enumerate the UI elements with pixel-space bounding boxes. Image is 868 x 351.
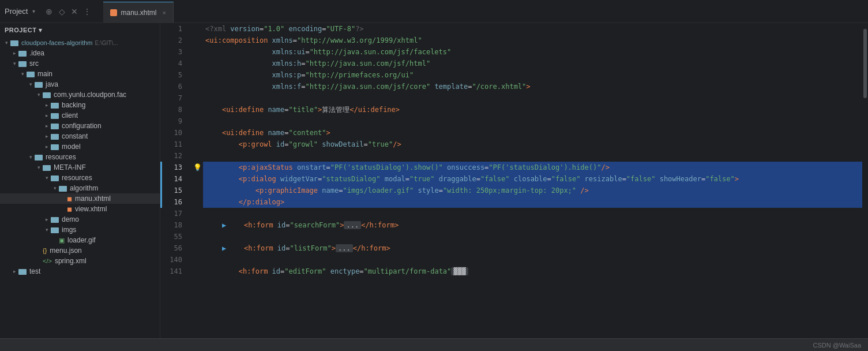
- root-path: E:\GIT\...: [95, 40, 118, 46]
- configuration-label: configuration: [62, 122, 102, 130]
- sidebar-item-idea[interactable]: .idea: [0, 48, 160, 58]
- editor-area: 1 2 3 4 5 6 7 8 9 10 11 12 13 14 15 16 1…: [160, 23, 868, 338]
- sidebar-item-test[interactable]: test: [0, 266, 160, 277]
- svg-rect-17: [51, 227, 59, 233]
- spring-file-icon: </>: [43, 257, 52, 264]
- more-icon[interactable]: ⋮: [82, 7, 92, 16]
- svg-rect-2: [18, 51, 27, 57]
- sidebar-item-loader-gif[interactable]: ▣ loader.gif: [0, 235, 160, 245]
- sidebar-item-java[interactable]: java: [0, 79, 160, 89]
- tab-manu-xhtml[interactable]: manu.xhtml ×: [103, 2, 173, 23]
- svg-rect-9: [51, 124, 59, 129]
- sidebar-item-meta-inf[interactable]: META-INF: [0, 162, 160, 173]
- code-line-8: <ui:define name="title">算法管理</ui:define>: [203, 104, 862, 115]
- main-arrow: [18, 70, 27, 78]
- folder-icon-configuration: [51, 122, 59, 130]
- sidebar-item-imgs[interactable]: imgs: [0, 225, 160, 235]
- svg-rect-13: [43, 165, 51, 171]
- loader-arrow: [51, 236, 59, 244]
- json-file-icon: {}: [43, 247, 47, 254]
- svg-rect-12: [35, 155, 43, 160]
- svg-rect-10: [51, 134, 59, 140]
- sidebar-item-constant[interactable]: constant: [0, 131, 160, 141]
- java-label: java: [46, 80, 58, 88]
- folder-icon-resources2: [51, 174, 59, 182]
- ln-12: 12: [163, 150, 187, 162]
- sidebar-item-model[interactable]: model: [0, 141, 160, 152]
- ln-56: 56: [163, 242, 187, 254]
- sidebar-item-spring-xml[interactable]: </> spring.xml: [0, 256, 160, 266]
- view-label: view.xhtml: [75, 205, 107, 213]
- svg-rect-8: [51, 113, 59, 119]
- svg-rect-6: [43, 92, 51, 98]
- tree-root[interactable]: cloudpon-faces-algorithm E:\GIT\...: [0, 38, 160, 48]
- svg-rect-16: [51, 217, 59, 223]
- ln-18: 18: [163, 219, 187, 231]
- code-line-7: [203, 92, 862, 104]
- client-label: client: [62, 111, 78, 120]
- code-line-11: <p:growl id="growl" showDetail="true"/>: [203, 139, 862, 150]
- meta-inf-arrow: [35, 163, 43, 171]
- main-area: Project ▾ cloudpon-faces-algorithm E:\GI…: [0, 23, 868, 338]
- bulb-icon[interactable]: 💡: [193, 163, 202, 171]
- status-text: CSDN @WaiSaa: [813, 342, 862, 349]
- test-arrow: [10, 267, 18, 275]
- sidebar-item-menu-json[interactable]: {} menu.json: [0, 245, 160, 256]
- tab-bar: manu.xhtml ×: [103, 0, 173, 23]
- ln-16: 16: [163, 196, 187, 208]
- root-label: cloudpon-faces-algorithm: [21, 39, 93, 46]
- svg-rect-7: [51, 103, 59, 109]
- manu-label: manu.xhtml: [75, 195, 111, 203]
- com-arrow: [35, 91, 43, 99]
- ln-6: 6: [163, 81, 187, 92]
- gutter-mark-13: [160, 162, 162, 173]
- diamond-icon[interactable]: ◇: [57, 7, 66, 16]
- title-bar: Project ▾ ⊕ ◇ ✕ ⋮ manu.xhtml ×: [0, 0, 868, 23]
- code-line-3: xmlns:ui="http://java.sun.com/jsf/facele…: [203, 46, 862, 58]
- code-container[interactable]: 1 2 3 4 5 6 7 8 9 10 11 12 13 14 15 16 1…: [160, 23, 868, 338]
- sidebar-item-configuration[interactable]: configuration: [0, 121, 160, 131]
- code-line-13: <p:ajaxStatus onstart="PF('statusDialog'…: [203, 162, 862, 173]
- code-line-141: <h:form id="editForm" enctype="multipart…: [203, 266, 862, 277]
- code-line-2: <ui:composition xmlns="http://www.w3.org…: [203, 35, 862, 46]
- sidebar-item-algorithm[interactable]: algorithm: [0, 183, 160, 193]
- gutter-mark-16: [160, 196, 162, 208]
- xhtml-file-icon: ◼: [67, 195, 72, 203]
- root-arrow: [2, 39, 10, 47]
- compass-icon[interactable]: ⊕: [44, 7, 54, 16]
- sidebar-item-backing[interactable]: backing: [0, 100, 160, 110]
- sidebar-item-com[interactable]: com.yunlu.cloudpon.fac: [0, 89, 160, 100]
- ln-2: 2: [163, 35, 187, 46]
- ln-9: 9: [163, 115, 187, 127]
- sidebar-item-view-xhtml[interactable]: ◼ view.xhtml: [0, 204, 160, 214]
- folder-icon-meta-inf: [43, 163, 51, 171]
- sidebar-item-src[interactable]: src: [0, 58, 160, 69]
- code-line-140: [203, 254, 862, 266]
- sidebar-item-main[interactable]: main: [0, 69, 160, 79]
- ln-140: 140: [163, 254, 187, 266]
- src-label: src: [29, 59, 39, 68]
- sidebar-item-manu-xhtml[interactable]: ◼ manu.xhtml: [0, 193, 160, 204]
- resources-label: resources: [46, 153, 76, 161]
- project-dropdown-icon[interactable]: ▾: [32, 8, 35, 14]
- ln-8: 8: [163, 104, 187, 115]
- code-line-5: xmlns:p="http://primefaces.org/ui": [203, 69, 862, 81]
- resources-arrow: [27, 153, 35, 161]
- sidebar-item-client[interactable]: client: [0, 110, 160, 121]
- code-editor[interactable]: <?xml version="1.0" encoding="UTF-8"?> <…: [203, 23, 862, 338]
- vertical-scrollbar[interactable]: [862, 23, 868, 338]
- code-line-17: [203, 208, 862, 219]
- backing-label: backing: [62, 101, 85, 109]
- scrollbar-thumb[interactable]: [863, 29, 867, 98]
- sidebar-item-resources[interactable]: resources: [0, 152, 160, 162]
- sidebar-item-demo[interactable]: demo: [0, 214, 160, 225]
- code-line-55: [203, 231, 862, 242]
- bulb-row-13[interactable]: 💡: [191, 162, 203, 173]
- close-icon[interactable]: ✕: [70, 7, 79, 16]
- ln-13: 13: [163, 162, 187, 173]
- code-line-56: ▶ <h:form id="listForm">...</h:form>: [203, 242, 862, 254]
- algorithm-arrow: [51, 184, 59, 192]
- sidebar-item-resources2[interactable]: resources: [0, 173, 160, 183]
- idea-label: .idea: [29, 49, 44, 57]
- tab-close-button[interactable]: ×: [163, 9, 166, 16]
